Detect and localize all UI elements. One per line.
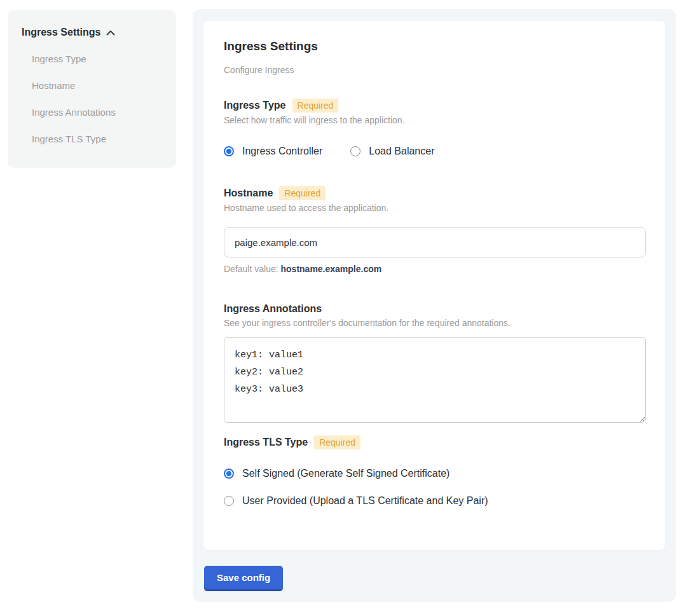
ingress-type-title: Ingress Type <box>224 99 286 112</box>
hostname-default-line: Default value: hostname.example.com <box>224 264 645 275</box>
settings-sidebar: Ingress Settings Ingress Type Hostname I… <box>8 10 176 168</box>
radio-button-icon[interactable] <box>350 146 360 156</box>
section-ingress-type: Ingress Type Required Select how traffic… <box>224 99 645 157</box>
tls-type-radio-group: Self Signed (Generate Self Signed Certif… <box>224 467 645 507</box>
radio-label: Self Signed (Generate Self Signed Certif… <box>242 467 449 479</box>
radio-label: User Provided (Upload a TLS Certificate … <box>242 495 488 507</box>
sidebar-item-ingress-annotations[interactable]: Ingress Annotations <box>32 106 163 119</box>
section-ingress-annotations: Ingress Annotations See your ingress con… <box>224 303 645 423</box>
card-title: Ingress Settings <box>224 39 645 53</box>
sidebar-group-header[interactable]: Ingress Settings <box>22 26 163 39</box>
annotations-title: Ingress Annotations <box>224 303 322 315</box>
section-ingress-tls-type: Ingress TLS Type Required Self Signed (G… <box>224 435 645 507</box>
sidebar-item-hostname[interactable]: Hostname <box>32 79 163 92</box>
card-subtitle: Configure Ingress <box>224 65 645 75</box>
tls-type-title: Ingress TLS Type <box>224 436 308 449</box>
required-badge: Required <box>314 435 360 449</box>
radio-ingress-controller[interactable]: Ingress Controller <box>224 145 322 157</box>
radio-load-balancer[interactable]: Load Balancer <box>350 145 434 157</box>
radio-label: Ingress Controller <box>242 145 322 157</box>
required-badge: Required <box>292 99 339 113</box>
annotations-help: See your ingress controller's documentat… <box>224 318 645 329</box>
radio-user-provided[interactable]: User Provided (Upload a TLS Certificate … <box>224 495 645 507</box>
chevron-up-icon[interactable] <box>106 29 116 36</box>
hostname-input[interactable] <box>224 227 646 257</box>
section-hostname: Hostname Required Hostname used to acces… <box>224 186 645 275</box>
sidebar-nav: Ingress Type Hostname Ingress Annotation… <box>22 53 163 146</box>
sidebar-item-ingress-tls-type[interactable]: Ingress TLS Type <box>32 133 163 146</box>
ingress-type-help: Select how traffic will ingress to the a… <box>224 115 645 126</box>
radio-self-signed[interactable]: Self Signed (Generate Self Signed Certif… <box>224 467 645 479</box>
radio-button-icon[interactable] <box>224 146 234 156</box>
radio-button-icon[interactable] <box>224 496 234 506</box>
config-panel: Ingress Settings Configure Ingress Ingre… <box>193 9 676 602</box>
radio-button-icon[interactable] <box>224 469 234 479</box>
default-value-label: Default value: <box>224 264 278 274</box>
page: Ingress Settings Ingress Type Hostname I… <box>0 0 693 616</box>
hostname-title: Hostname <box>224 187 273 200</box>
radio-label: Load Balancer <box>369 145 434 157</box>
required-badge: Required <box>279 186 326 200</box>
sidebar-item-ingress-type[interactable]: Ingress Type <box>32 53 163 65</box>
sidebar-group-title: Ingress Settings <box>22 26 100 39</box>
default-value-text: hostname.example.com <box>281 264 382 274</box>
save-config-button[interactable]: Save config <box>204 566 283 589</box>
hostname-help: Hostname used to access the application. <box>224 203 645 214</box>
ingress-type-radio-group: Ingress Controller Load Balancer <box>224 145 645 157</box>
annotations-textarea[interactable]: key1: value1 key2: value2 key3: value3 <box>224 337 646 423</box>
ingress-settings-card: Ingress Settings Configure Ingress Ingre… <box>203 21 665 550</box>
